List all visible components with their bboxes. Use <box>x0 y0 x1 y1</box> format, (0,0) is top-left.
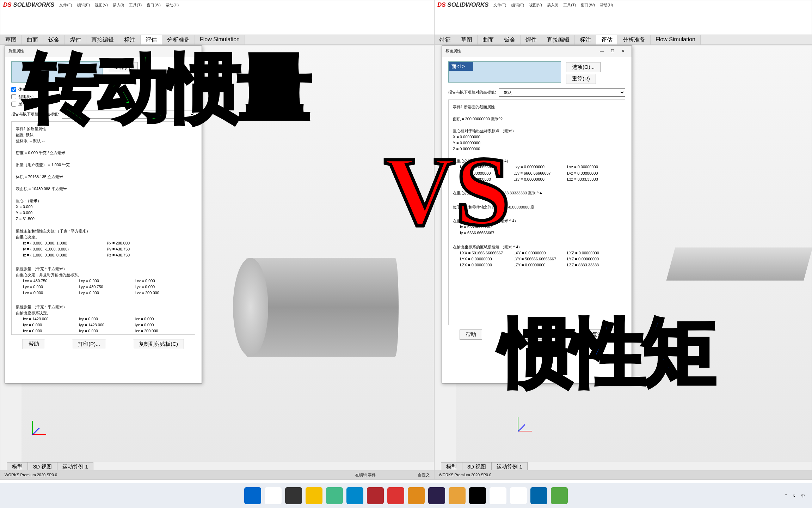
menu-window[interactable]: 窗口(W) <box>147 2 161 8</box>
check-volume[interactable]: 体积/密度 <box>11 86 195 93</box>
right-solidworks-window: SOLIDWORKS 文件(F) 编辑(E) 视图(V) 插入(I) 工具(T)… <box>434 0 812 480</box>
coord-select[interactable]: -- 默认 -- <box>62 110 195 119</box>
app5-icon[interactable] <box>551 487 568 504</box>
menubar: SOLIDWORKS 文件(F) 编辑(E) 视图(V) 插入(I) 工具(T)… <box>0 0 434 10</box>
app-icon[interactable] <box>346 487 363 504</box>
ribbon <box>435 18 812 35</box>
dlg-title: 截面属性 <box>445 48 461 54</box>
menubar: SOLIDWORKS 文件(F) 编辑(E) 视图(V) 插入(I) 工具(T)… <box>435 0 812 10</box>
tab-sheetmetal[interactable]: 钣金 <box>43 35 65 44</box>
menu-help[interactable]: 帮助(H) <box>166 2 179 8</box>
maximize-icon[interactable]: ☐ <box>611 49 614 53</box>
menu-edit[interactable]: 编辑(E) <box>511 2 524 8</box>
recalc-button[interactable]: 重算(R) <box>566 74 596 84</box>
tab-annotate[interactable]: 标注 <box>119 35 141 44</box>
autocad-icon[interactable] <box>387 487 404 504</box>
selection-box[interactable]: 面<1> <box>448 61 561 83</box>
view-triad[interactable] <box>516 408 541 434</box>
tab-analysis[interactable]: 分析准备 <box>162 35 195 44</box>
tab-flowsim[interactable]: Flow Simulation <box>651 35 701 44</box>
toolbar <box>435 10 812 18</box>
tab-analysis[interactable]: 分析准备 <box>618 35 651 44</box>
app2-icon[interactable] <box>449 487 466 504</box>
results: 零件1 的质量属性 配置: 默认 坐标系: -- 默认 -- 密度 = 0.00… <box>11 121 195 335</box>
recalc-button[interactable]: 重算(R) <box>108 62 138 72</box>
print-button[interactable]: 打印 <box>523 329 546 340</box>
tab-directedit[interactable]: 直接编辑 <box>542 35 575 44</box>
menu-file[interactable]: 文件(F) <box>493 2 506 8</box>
solidworks-logo: SOLIDWORKS <box>437 1 488 8</box>
copy-button[interactable]: 复制到剪贴板(C) <box>133 339 184 349</box>
calculator-icon[interactable] <box>530 487 547 504</box>
solidworks-logo: SOLIDWORKS <box>3 1 54 8</box>
menu-insert[interactable]: 插入(I) <box>547 2 558 8</box>
windows-taskbar[interactable]: ^ ♫ 中 <box>0 483 812 508</box>
statusbar: WORKS Premium 2020 SP0.0 <box>435 470 812 479</box>
menu-tools[interactable]: 工具(T) <box>563 2 576 8</box>
copy-button[interactable]: 复制到 <box>586 329 614 340</box>
menu-view[interactable]: 视图(V) <box>95 2 108 8</box>
results: 零件1 所选面的截面属性 面积 = 200.00000000 毫米^2 重心相对… <box>448 99 625 325</box>
chrome-icon[interactable] <box>490 487 506 504</box>
tab-evaluate[interactable]: 评估 <box>596 35 618 44</box>
menu-insert[interactable]: 插入(I) <box>113 2 124 8</box>
taskview-icon[interactable] <box>285 487 302 504</box>
tray-up-icon[interactable]: ^ <box>785 493 787 498</box>
view-triad[interactable] <box>30 412 55 437</box>
dlg-title: 质量属性 <box>8 48 24 54</box>
tab-flowsim[interactable]: Flow Simulation <box>195 35 245 44</box>
tab-weldment[interactable]: 焊件 <box>521 35 542 44</box>
command-manager: 特征 草图 曲面 钣金 焊件 直接编辑 标注 评估 分析准备 Flow Simu… <box>435 35 812 45</box>
section-properties-dialog: 截面属性 —☐✕ 面<1> 选项(O)... 重算(R) 报告与以下项相对的坐标… <box>442 46 632 383</box>
check-centroid[interactable]: 创建质心 <box>11 94 195 100</box>
menu-edit[interactable]: 编辑(E) <box>77 2 90 8</box>
tab-sketch[interactable]: 草图 <box>0 35 22 44</box>
left-solidworks-window: SOLIDWORKS 文件(F) 编辑(E) 视图(V) 插入(I) 工具(T)… <box>0 0 434 480</box>
tab-surface[interactable]: 曲面 <box>478 35 499 44</box>
tab-weldment[interactable]: 焊件 <box>65 35 86 44</box>
ansys-icon[interactable] <box>408 487 425 504</box>
start-icon[interactable] <box>244 487 261 504</box>
cylinder-model <box>219 244 416 364</box>
system-tray[interactable]: ^ ♫ 中 <box>785 493 805 498</box>
tab-feature[interactable]: 特征 <box>435 35 456 44</box>
help-button[interactable]: 帮助 <box>460 329 482 340</box>
wechat-icon[interactable] <box>326 487 343 504</box>
statusbar: WORKS Premium 2020 SP0.0 在编辑 零件 自定义 <box>0 470 434 479</box>
tab-sheetmetal[interactable]: 钣金 <box>499 35 521 44</box>
ribbon <box>0 18 434 35</box>
options-button[interactable]: 选项(O)... <box>566 62 601 72</box>
help-button[interactable]: 帮助 <box>23 339 45 349</box>
minimize-icon[interactable]: — <box>600 49 604 53</box>
check-weldbead[interactable]: 显示焊缝 <box>11 101 195 107</box>
tab-annotate[interactable]: 标注 <box>575 35 596 44</box>
menu-file[interactable]: 文件(F) <box>59 2 72 8</box>
mass-properties-dialog: 质量属性 重算(R) 体积/密度 创建质心 显示焊缝 报告与以下项相对的坐标值:… <box>5 46 202 383</box>
tab-evaluate[interactable]: 评估 <box>141 35 162 44</box>
app4-icon[interactable] <box>510 487 527 504</box>
coord-select[interactable]: -- 默认 -- <box>499 88 625 97</box>
tab-directedit[interactable]: 直接编辑 <box>86 35 119 44</box>
tab-sketch[interactable]: 草图 <box>456 35 478 44</box>
menu-help[interactable]: 帮助(H) <box>600 2 613 8</box>
close-icon[interactable]: ✕ <box>621 49 625 53</box>
menu-window[interactable]: 窗口(W) <box>581 2 595 8</box>
app3-icon[interactable] <box>469 487 486 504</box>
menu-view[interactable]: 视图(V) <box>529 2 542 8</box>
toolbar <box>0 10 434 18</box>
solidworks-icon[interactable] <box>367 487 384 504</box>
ime-indicator[interactable]: 中 <box>801 493 805 498</box>
menu-tools[interactable]: 工具(T) <box>129 2 142 8</box>
report-label: 报告与以下项相对的坐标值: <box>448 89 496 96</box>
search-icon[interactable] <box>265 487 282 504</box>
selection-box[interactable] <box>11 61 103 83</box>
explorer-icon[interactable] <box>306 487 322 504</box>
tab-surface[interactable]: 曲面 <box>22 35 43 44</box>
sound-icon[interactable]: ♫ <box>793 493 795 498</box>
command-manager: 草图 曲面 钣金 焊件 直接编辑 标注 评估 分析准备 Flow Simulat… <box>0 35 434 45</box>
report-label: 报告与以下项相对的坐标值: <box>11 111 59 117</box>
premiere-icon[interactable] <box>428 487 445 504</box>
block-model <box>666 247 812 280</box>
print-button[interactable]: 打印(P)... <box>72 339 106 349</box>
